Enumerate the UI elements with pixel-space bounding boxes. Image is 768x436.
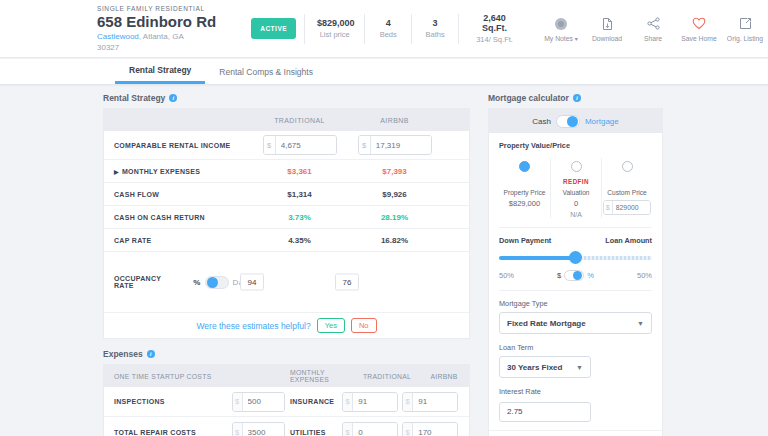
expenses-card: ONE TIME STARTUP COSTS MONTHLY EXPENSES … — [103, 364, 470, 436]
column-airbnb: AIRBNB — [347, 117, 442, 124]
insurance-label: INSURANCE — [290, 398, 342, 405]
cash-option[interactable]: Cash — [532, 117, 551, 126]
repair-costs-input[interactable] — [243, 423, 284, 436]
row-label: CASH ON CASH RETURN — [114, 214, 252, 221]
share-button[interactable]: Share — [630, 16, 676, 42]
currency-prefix: $ — [264, 136, 276, 154]
yes-button[interactable]: Yes — [317, 318, 345, 333]
divider — [364, 14, 365, 44]
utilities-airbnb-input[interactable] — [413, 423, 457, 436]
mortgage-calculator-card: Cash Mortgage Property Value/Price Prope… — [488, 108, 663, 436]
divider — [458, 14, 459, 44]
inspections-label: INSPECTIONS — [114, 398, 226, 405]
download-label: Download — [584, 35, 630, 42]
occupancy-unit-switch[interactable] — [205, 276, 229, 289]
interest-rate-label: Interest Rate — [499, 387, 652, 396]
down-payment-slider[interactable] — [499, 251, 652, 264]
utilities-airbnb-wrap: $ — [402, 422, 458, 436]
expenses-table-header: ONE TIME STARTUP COSTS MONTHLY EXPENSES … — [104, 365, 469, 387]
slider-handle[interactable] — [569, 251, 582, 264]
property-price-radio[interactable] — [519, 161, 530, 172]
utilities-traditional-wrap: $ — [342, 422, 398, 436]
currency-prefix: $ — [233, 423, 243, 436]
cash-mortgage-switch[interactable] — [556, 115, 580, 128]
mortgage-option[interactable]: Mortgage — [585, 117, 619, 126]
tab-rental-comps-insights[interactable]: Rental Comps & Insights — [205, 59, 327, 84]
no-button[interactable]: No — [351, 318, 377, 333]
row-label: COMPARABLE RENTAL INCOME — [114, 142, 252, 149]
status-badge: ACTIVE — [251, 18, 296, 39]
switch-knob — [207, 277, 218, 288]
dollar-percent-switch[interactable] — [564, 270, 584, 281]
redfin-logo: REDFIN — [551, 178, 601, 187]
download-button[interactable]: Download — [584, 16, 630, 42]
external-link-icon — [722, 16, 768, 32]
custom-price-input[interactable] — [613, 201, 650, 214]
loan-term-select[interactable]: 30 Years Fixed ▼ — [499, 356, 591, 378]
percent-option[interactable]: % — [193, 278, 200, 287]
redfin-valuation-radio[interactable] — [571, 161, 582, 172]
caret-down-icon: ▼ — [637, 320, 644, 327]
dollar-option[interactable]: $ — [557, 271, 561, 280]
sqft-per-value: 314/ Sq.Ft. — [471, 35, 518, 44]
expenses-title-row: Expenses i — [103, 349, 470, 359]
option-sub-value: N/A — [551, 211, 601, 218]
info-icon[interactable]: i — [573, 94, 581, 102]
total-repair-costs-label: TOTAL REPAIR COSTS — [114, 429, 226, 436]
currency-prefix: $ — [403, 393, 413, 411]
save-home-button[interactable]: Save Home — [676, 16, 722, 42]
traditional-value: $3,361 — [252, 167, 347, 176]
traditional-income-input[interactable] — [276, 136, 336, 154]
monthly-expenses-row[interactable]: ▶MONTHLY EXPENSES $3,361 $7,393 — [104, 160, 469, 183]
loan-amount-percent: 50% — [637, 271, 652, 280]
percent-option[interactable]: % — [587, 271, 594, 280]
orig-listing-button[interactable]: Orig. Listing — [722, 16, 768, 42]
mortgage-title-row: Mortgage calculator i — [488, 93, 663, 103]
cash-on-cash-return-row: CASH ON CASH RETURN 3.73% 28.19% — [104, 206, 469, 229]
airbnb-value: 16.82% — [347, 236, 442, 245]
occupancy-rate-row: OCCUPANCY RATE % Days 94 76 — [104, 252, 469, 312]
column-airbnb: AIRBNB — [420, 373, 468, 380]
download-icon — [584, 16, 630, 32]
traditional-value: 3.73% — [252, 213, 347, 222]
currency-prefix: $ — [343, 423, 353, 436]
expand-arrow-icon[interactable]: ▶ — [114, 168, 119, 175]
comparable-rental-income-row: COMPARABLE RENTAL INCOME $ $ — [104, 131, 469, 160]
mortgage-type-value: Fixed Rate Mortgage — [507, 319, 586, 328]
insurance-airbnb-input[interactable] — [413, 393, 457, 411]
divider — [499, 290, 652, 291]
airbnb-income-input-wrap: $ — [358, 135, 432, 155]
down-payment-values: 50% $ % 50% — [499, 270, 652, 281]
custom-price-radio[interactable] — [622, 161, 633, 172]
down-payment-header: Down Payment Loan Amount — [499, 236, 652, 245]
main-content: Rental Strategy i TRADITIONAL AIRBNB COM… — [0, 85, 768, 436]
currency-prefix: $ — [604, 201, 613, 214]
interest-rate-input[interactable] — [499, 402, 591, 422]
tab-rental-strategy[interactable]: Rental Strategy — [115, 59, 205, 84]
utilities-traditional-input[interactable] — [353, 423, 397, 436]
traditional-occupancy-value: 94 — [240, 274, 264, 291]
switch-knob — [567, 116, 578, 127]
property-price-options: Property Price $829,000 REDFIN Valuation… — [499, 158, 652, 218]
rental-strategy-card: TRADITIONAL AIRBNB COMPARABLE RENTAL INC… — [103, 108, 470, 339]
slider-empty-track — [576, 256, 653, 260]
insurance-traditional-wrap: $ — [342, 392, 398, 412]
insurance-traditional-input[interactable] — [353, 393, 397, 411]
info-feedback-row: Was this information helpful? Yes No — [489, 430, 662, 436]
inspections-input[interactable] — [243, 393, 284, 411]
airbnb-value: $9,926 — [347, 190, 442, 199]
property-value-price-label: Property Value/Price — [499, 141, 652, 150]
down-payment-percent: 50% — [499, 271, 514, 280]
rental-strategy-title: Rental Strategy — [103, 93, 165, 103]
mortgage-type-select[interactable]: Fixed Rate Mortgage ▼ — [499, 312, 652, 334]
sqft-value: 2,640 Sq.Ft. — [471, 13, 518, 33]
orig-listing-label: Orig. Listing — [722, 35, 768, 42]
inspections-input-wrap: $ — [232, 392, 285, 412]
feedback-question: Were these estimates helpful? — [196, 321, 310, 331]
my-notes-button[interactable]: My Notes ▾ — [538, 16, 584, 42]
airbnb-income-input[interactable] — [371, 136, 431, 154]
info-icon[interactable]: i — [169, 94, 177, 102]
neighborhood-link[interactable]: Castlewood — [97, 32, 139, 41]
cash-mortgage-toggle-row: Cash Mortgage — [489, 109, 662, 133]
info-icon[interactable]: i — [147, 350, 155, 358]
